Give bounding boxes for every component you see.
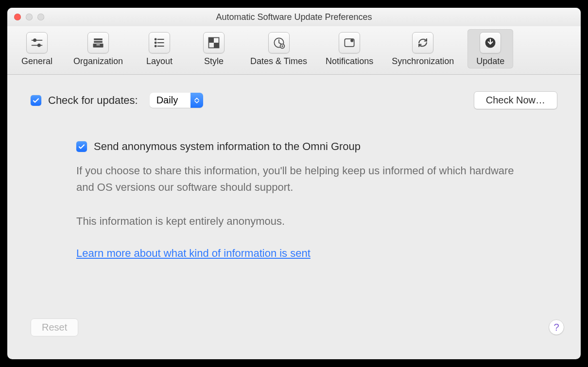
learn-more-link[interactable]: Learn more about what kind of informatio…: [76, 247, 311, 260]
svg-point-3: [38, 44, 40, 47]
svg-point-10: [155, 42, 156, 44]
tab-style[interactable]: Style: [191, 29, 237, 68]
tab-label: Organization: [73, 56, 123, 67]
checkerboard-icon: [203, 32, 225, 53]
tab-label: General: [21, 56, 52, 67]
titlebar: Automatic Software Update Preferences: [7, 8, 581, 26]
anonymous-description: If you choose to share this information,…: [76, 163, 533, 196]
frequency-select[interactable]: Daily: [150, 93, 203, 108]
svg-point-1: [34, 39, 36, 41]
help-button[interactable]: ?: [549, 319, 564, 335]
tab-label: Layout: [146, 56, 173, 67]
preferences-window: Automatic Software Update Preferences Ge…: [7, 8, 581, 359]
tab-update[interactable]: Update: [467, 29, 513, 68]
tab-notifications[interactable]: Notifications: [321, 29, 378, 68]
anonymous-section: Send anonymous system information to the…: [76, 140, 533, 260]
svg-rect-4: [94, 38, 103, 40]
tab-general[interactable]: General: [14, 29, 60, 68]
footer: Reset ?: [7, 308, 581, 359]
check-updates-checkbox[interactable]: [31, 95, 41, 106]
tab-synchronization[interactable]: Synchronization: [387, 29, 459, 68]
svg-rect-5: [94, 41, 103, 43]
drawer-icon: [87, 32, 109, 53]
tab-layout[interactable]: Layout: [137, 29, 182, 68]
check-updates-label: Check for updates:: [48, 94, 138, 107]
toolbar-items: General Organization: [14, 29, 513, 68]
tab-dates-times[interactable]: Dates & Times: [245, 29, 312, 68]
svg-point-12: [155, 46, 156, 47]
clock-icon: [268, 32, 290, 53]
svg-rect-15: [209, 38, 214, 43]
minimize-window-button[interactable]: [26, 14, 33, 20]
sync-icon: [412, 32, 433, 53]
svg-rect-6: [93, 44, 104, 48]
svg-rect-7: [97, 45, 100, 46]
tab-label: Style: [204, 56, 224, 67]
anonymous-note: This information is kept entirely anonym…: [76, 215, 533, 228]
window-title: Automatic Software Update Preferences: [216, 12, 372, 22]
check-now-button[interactable]: Check Now…: [474, 91, 557, 109]
tab-label: Update: [476, 56, 504, 67]
send-anonymous-checkbox[interactable]: [76, 141, 87, 152]
svg-point-20: [350, 39, 353, 42]
prefs-toolbar: General Organization: [7, 26, 581, 75]
frequency-value: Daily: [150, 93, 190, 108]
traffic-lights: [14, 14, 44, 20]
reset-button[interactable]: Reset: [31, 318, 78, 336]
check-updates-row: Check for updates: Daily Check Now…: [31, 91, 557, 109]
close-window-button[interactable]: [14, 14, 21, 20]
notification-icon: [339, 32, 360, 53]
zoom-window-button[interactable]: [37, 14, 44, 20]
svg-rect-16: [214, 43, 219, 48]
svg-point-8: [155, 39, 156, 40]
sliders-icon: [26, 32, 48, 53]
send-anonymous-label: Send anonymous system information to the…: [94, 140, 361, 153]
tab-label: Synchronization: [392, 56, 454, 67]
list-icon: [149, 32, 170, 53]
download-icon: [480, 32, 501, 53]
tab-label: Notifications: [326, 56, 373, 67]
tab-label: Dates & Times: [250, 56, 307, 67]
tab-organization[interactable]: Organization: [69, 29, 128, 68]
stepper-arrows-icon: [190, 93, 203, 108]
